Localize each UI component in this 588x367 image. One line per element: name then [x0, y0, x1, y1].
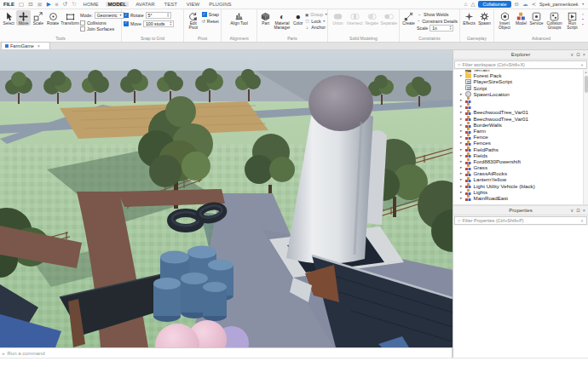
module-script-insert-icon[interactable]: ▪ [580, 22, 585, 26]
pivot-snap-checkbox[interactable]: ✓ Snap [202, 12, 219, 17]
anchor-button[interactable]: ⊥ Anchor [305, 25, 326, 30]
explorer-item[interactable]: ▸Fences [453, 140, 583, 146]
collision-groups-button[interactable]: Collision Groups [545, 10, 564, 30]
explorer-item[interactable]: ▸Grass [453, 164, 583, 170]
explorer-item[interactable]: PlayerSizeScript [453, 78, 583, 84]
explorer-scrollbar[interactable]: ▲ [583, 70, 588, 204]
group-button[interactable]: ▣ Group ▼ [305, 12, 326, 17]
username-label[interactable]: Spek_pannenkoek [539, 2, 579, 7]
float-panel-icon[interactable]: ⊡ [576, 208, 580, 213]
script-insert-icon[interactable]: ▫ [580, 12, 585, 16]
explorer-item[interactable]: ▸BorderWalls [453, 122, 583, 128]
move-tool-button[interactable]: Move [16, 10, 30, 26]
explorer-item[interactable]: ▸BeechwoodTree_Var01 [453, 116, 583, 122]
explorer-item[interactable]: ▸MainRoadEast [453, 195, 583, 201]
rotate-tool-button[interactable]: Rotate [46, 10, 60, 26]
explorer-item[interactable]: ▸Light Utility Vehicle (black) [453, 183, 583, 189]
close-panel-icon[interactable]: × [583, 52, 585, 57]
show-welds-toggle[interactable]: ⌁ Show Welds [417, 12, 458, 17]
tab-model[interactable]: MODEL [106, 2, 130, 7]
tab-view[interactable]: VIEW [184, 2, 202, 7]
explorer-item[interactable]: ▸ [453, 97, 583, 103]
notifications-icon[interactable]: △ [470, 2, 475, 8]
close-panel-icon[interactable]: × [583, 208, 585, 213]
local-script-insert-icon[interactable]: ▪ [580, 17, 585, 21]
open-file-icon[interactable]: ⊡ [28, 2, 32, 8]
mode-dropdown[interactable]: Mode: Geometric▼ [80, 12, 119, 19]
tab-test[interactable]: TEST [162, 2, 180, 7]
explorer-item[interactable]: ▸Fence [453, 134, 583, 140]
explorer-item[interactable]: ▸Fields [453, 152, 583, 158]
collapse-panel-icon[interactable]: ∨ [570, 52, 574, 57]
select-tool-button[interactable]: Select [2, 10, 15, 26]
insert-object-button[interactable]: Insert Object [496, 10, 513, 30]
collapse-panel-icon[interactable]: ∨ [570, 208, 574, 213]
part-button[interactable]: Part [259, 10, 272, 26]
spinner-arrows-icon[interactable]: ▲▼ [166, 13, 169, 18]
explorer-tree[interactable]: Terrain▸Forest PackPlayerSizeScriptScrip… [453, 70, 588, 204]
properties-filter-input[interactable]: ▽ Filter Properties (Ctrl+Shift+P) ▼ [454, 216, 587, 225]
explorer-item[interactable]: ▸Forest Pack [453, 72, 583, 78]
play-icon[interactable]: ▶ [47, 2, 51, 8]
explorer-item[interactable]: ▸Farm [453, 128, 583, 134]
explorer-item[interactable]: ▸SpawnLocation [453, 91, 583, 97]
negate-button[interactable]: Negate [364, 10, 380, 26]
lock-button[interactable]: ▢ Lock ▼ [305, 19, 326, 24]
explorer-item[interactable]: ▸BeechwoodTree_Var01 [453, 109, 583, 115]
stop-icon[interactable]: ■ [55, 2, 59, 8]
snap-move-row[interactable]: ✓ Move 100 studs▲▼ [124, 20, 182, 27]
collisions-checkbox[interactable]: Collisions [80, 20, 119, 26]
float-panel-icon[interactable]: ⊡ [576, 52, 580, 57]
explorer-item[interactable]: Script [453, 85, 583, 91]
spawn-button[interactable]: Spawn [477, 10, 492, 26]
command-input[interactable]: Run a command [8, 351, 45, 356]
share-icon[interactable]: ≺ [532, 2, 536, 8]
file-menu[interactable]: FILE [3, 2, 14, 7]
effects-button[interactable]: Effects [462, 10, 476, 26]
explorer-item[interactable]: ▸GrassAtRocks [453, 170, 583, 176]
constraint-scale-row[interactable]: Scale 1x▲▼ [417, 25, 458, 32]
create-constraint-button[interactable]: Create [401, 10, 416, 26]
spinner-arrows-icon[interactable]: ▲▼ [449, 26, 452, 31]
tab-home[interactable]: HOME [81, 2, 101, 7]
explorer-item[interactable]: ▸ [453, 103, 583, 109]
close-tab-icon[interactable]: × [37, 43, 40, 49]
scale-tool-button[interactable]: Scale [32, 10, 45, 26]
union-button[interactable]: Union [330, 10, 346, 26]
tab-plugins[interactable]: PLUGINS [206, 2, 233, 7]
collaborate-button[interactable]: Collaborate [478, 1, 510, 8]
home-icon[interactable]: ⌂ [464, 2, 467, 8]
history-icon[interactable]: ⊙ [515, 2, 519, 8]
snap-rotate-row[interactable]: ✓ Rotate 5°▲▼ [124, 12, 182, 19]
service-button[interactable]: Service [529, 10, 544, 26]
redo-icon[interactable]: ↻ [72, 2, 76, 8]
edit-pivot-button[interactable]: Edit Pivot [186, 10, 201, 30]
run-script-button[interactable]: Run Script [565, 10, 579, 30]
save-icon[interactable]: ▣ [37, 2, 43, 8]
constraint-details-toggle[interactable]: ⌁ Constraint Details [417, 19, 458, 24]
color-button[interactable]: ● Color [291, 10, 304, 26]
join-surfaces-checkbox[interactable]: Join Surfaces [80, 26, 119, 32]
command-bar[interactable]: ▸ Run a command [0, 347, 453, 358]
explorer-item[interactable]: ▸Lights [453, 189, 583, 195]
user-menu-caret-icon[interactable]: ▼ [582, 3, 585, 6]
document-tab-farmgame[interactable]: FarmGame × [1, 42, 50, 49]
scroll-up-icon[interactable]: ▲ [584, 70, 588, 75]
cloud-sync-icon[interactable]: ☁ [522, 2, 528, 8]
pivot-reset-button[interactable]: ↺ Reset [202, 19, 219, 24]
new-file-icon[interactable]: ▢ [19, 2, 24, 8]
separate-button[interactable]: Separate [381, 10, 397, 26]
explorer-item[interactable]: ▸Ford8830Powershift [453, 158, 583, 164]
explorer-filter-input[interactable]: ▽ Filter workspace (Ctrl+Shift+X) ▼ [454, 60, 587, 69]
explorer-item[interactable]: ▸LanternYellow [453, 176, 583, 182]
model-button[interactable]: Model [514, 10, 528, 26]
spinner-arrows-icon[interactable]: ▲▼ [170, 21, 172, 26]
explorer-item[interactable]: ▸FieldPaths [453, 146, 583, 152]
align-tool-button[interactable]: Align Tool [229, 10, 250, 26]
undo-icon[interactable]: ↺ [63, 2, 67, 8]
transform-tool-button[interactable]: Transform [61, 10, 79, 26]
viewport-3d[interactable] [0, 50, 453, 347]
intersect-button[interactable]: Intersect [347, 10, 363, 26]
material-manager-button[interactable]: ◐ Material Manager [273, 10, 291, 30]
tab-avatar[interactable]: AVATAR [133, 2, 157, 7]
